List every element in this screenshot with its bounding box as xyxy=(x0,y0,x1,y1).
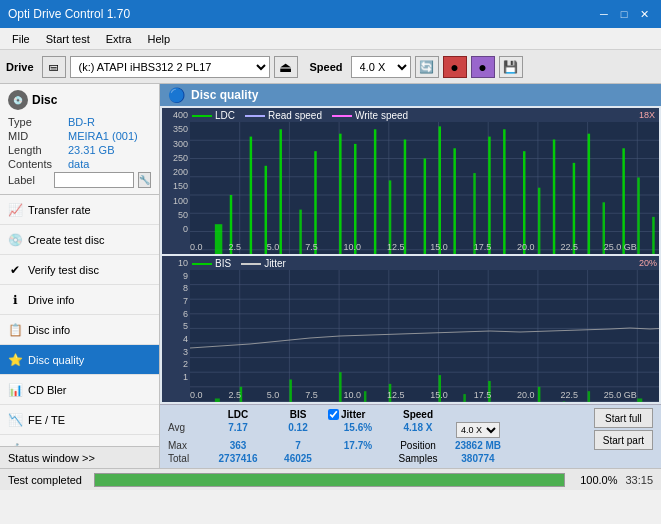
start-full-button[interactable]: Start full xyxy=(594,408,653,428)
bis-x-axis: 0.0 2.5 5.0 7.5 10.0 12.5 15.0 17.5 20.0… xyxy=(190,390,637,400)
total-ldc: 2737416 xyxy=(208,452,268,465)
ldc-y-axis-left: 400 350 300 250 200 150 100 50 0 xyxy=(162,108,190,236)
menu-start-test[interactable]: Start test xyxy=(38,28,98,49)
svg-rect-31 xyxy=(453,148,455,254)
status-bar: Test completed 100.0% 33:15 xyxy=(0,468,661,490)
disc-length-row: Length 23.31 GB xyxy=(8,144,151,156)
jitter-legend-item: Jitter xyxy=(241,258,286,269)
save-button[interactable]: 💾 xyxy=(499,56,523,78)
stats-table: LDC BIS Jitter Speed Avg 7.17 0.12 15.6%… xyxy=(168,408,586,465)
progress-bar-fill xyxy=(95,474,564,486)
label-input[interactable] xyxy=(54,172,134,188)
svg-rect-43 xyxy=(652,217,654,254)
sidebar-item-drive-info[interactable]: ℹ Drive info xyxy=(0,285,159,315)
disc-contents-row: Contents data xyxy=(8,158,151,170)
window-controls: ─ □ ✕ xyxy=(595,5,653,23)
disc-type-val: BD-R xyxy=(68,116,151,128)
close-button[interactable]: ✕ xyxy=(635,5,653,23)
status-window-btn[interactable]: Status window >> xyxy=(0,446,160,468)
disc-quality-icon: ⭐ xyxy=(8,353,22,367)
disc-section: 💿 Disc Type BD-R MID MEIRA1 (001) Length… xyxy=(0,84,159,195)
speed-select[interactable]: 4.0 X xyxy=(351,56,411,78)
menu-help[interactable]: Help xyxy=(139,28,178,49)
cd-bler-icon: 📊 xyxy=(8,383,22,397)
svg-rect-34 xyxy=(503,129,505,254)
bis-legend-item: BIS xyxy=(192,258,231,269)
sidebar-item-fe-te[interactable]: 📉 FE / TE xyxy=(0,405,159,435)
fe-te-icon: 📉 xyxy=(8,413,22,427)
refresh-button[interactable]: 🔄 xyxy=(415,56,439,78)
jitter-checkbox[interactable] xyxy=(328,409,339,420)
svg-rect-45 xyxy=(190,270,659,402)
read-speed-legend-color xyxy=(245,115,265,117)
stats-header-row: LDC BIS Jitter Speed xyxy=(168,408,586,421)
ldc-chart: LDC Read speed Write speed 400 350 300 xyxy=(162,108,659,254)
speed-display-select[interactable]: 4.0 X xyxy=(456,422,500,438)
svg-rect-26 xyxy=(374,129,376,254)
disc-info-icon: 📋 xyxy=(8,323,22,337)
start-part-button[interactable]: Start part xyxy=(594,430,653,450)
eject-button[interactable]: ⏏ xyxy=(274,56,298,78)
svg-rect-20 xyxy=(265,166,267,254)
content-area: 🔵 Disc quality LDC Read speed xyxy=(160,84,661,468)
menu-file[interactable]: File xyxy=(4,28,38,49)
sidebar-item-disc-info[interactable]: 📋 Disc info xyxy=(0,315,159,345)
minimize-button[interactable]: ─ xyxy=(595,5,613,23)
sidebar-item-disc-quality[interactable]: ⭐ Disc quality xyxy=(0,345,159,375)
sidebar: 💿 Disc Type BD-R MID MEIRA1 (001) Length… xyxy=(0,84,160,468)
ldc-chart-legend: LDC Read speed Write speed xyxy=(192,110,408,121)
svg-rect-24 xyxy=(339,134,341,254)
col-ldc-header: LDC xyxy=(208,408,268,421)
disc-mid-row: MID MEIRA1 (001) xyxy=(8,130,151,142)
action-buttons: Start full Start part xyxy=(594,408,653,450)
disc-length-val: 23.31 GB xyxy=(68,144,151,156)
bis-chart: BIS Jitter 10 9 8 7 6 5 4 3 xyxy=(162,256,659,402)
max-jitter: 17.7% xyxy=(328,439,388,452)
write-speed-legend-item: Write speed xyxy=(332,110,408,121)
app-title: Opti Drive Control 1.70 xyxy=(8,7,130,21)
svg-rect-38 xyxy=(573,163,575,254)
purple-btn[interactable]: ● xyxy=(471,56,495,78)
max-ldc: 363 xyxy=(208,439,268,452)
stats-bar: LDC BIS Jitter Speed Avg 7.17 0.12 15.6%… xyxy=(160,404,661,468)
menu-extra[interactable]: Extra xyxy=(98,28,140,49)
position-val: 23862 MB xyxy=(448,439,508,452)
drive-select[interactable]: (k:) ATAPI iHBS312 2 PL17 xyxy=(70,56,270,78)
sidebar-item-cd-bler[interactable]: 📊 CD Bler xyxy=(0,375,159,405)
col-speed-header: Speed xyxy=(388,408,448,421)
sidebar-item-extra-tests[interactable]: 🔬 Extra tests xyxy=(0,435,159,446)
svg-rect-76 xyxy=(637,398,642,402)
total-bis: 46025 xyxy=(268,452,328,465)
svg-rect-33 xyxy=(488,137,490,254)
sidebar-item-create-test-disc[interactable]: 💿 Create test disc xyxy=(0,225,159,255)
svg-rect-35 xyxy=(523,151,525,254)
ldc-chart-svg xyxy=(190,122,659,254)
status-text: Test completed xyxy=(8,474,82,486)
speed-label: Speed xyxy=(310,61,343,73)
disc-quality-header: 🔵 Disc quality xyxy=(160,84,661,106)
write-speed-legend-color xyxy=(332,115,352,117)
svg-rect-30 xyxy=(439,126,441,254)
col-jitter-header: Jitter xyxy=(328,408,388,421)
progress-bar-bg xyxy=(94,473,565,487)
disc-label-row: Label 🔧 xyxy=(8,172,151,188)
label-edit-btn[interactable]: 🔧 xyxy=(138,172,151,188)
sidebar-item-verify-test-disc[interactable]: ✔ Verify test disc xyxy=(0,255,159,285)
avg-ldc: 7.17 xyxy=(208,421,268,439)
read-speed-legend-item: Read speed xyxy=(245,110,322,121)
disc-type-row: Type BD-R xyxy=(8,116,151,128)
svg-rect-74 xyxy=(563,401,565,402)
ldc-legend-item: LDC xyxy=(192,110,235,121)
drive-icon-btn[interactable]: 🖴 xyxy=(42,56,66,78)
svg-rect-28 xyxy=(404,140,406,254)
red-btn[interactable]: ● xyxy=(443,56,467,78)
svg-rect-19 xyxy=(250,137,252,254)
menubar: File Start test Extra Help xyxy=(0,28,661,50)
bis-legend-color xyxy=(192,263,212,265)
sidebar-item-transfer-rate[interactable]: 📈 Transfer rate xyxy=(0,195,159,225)
progress-pct: 100.0% xyxy=(577,474,617,486)
time-display: 33:15 xyxy=(625,474,653,486)
bis-y-axis-left: 10 9 8 7 6 5 4 3 2 1 xyxy=(162,256,190,384)
maximize-button[interactable]: □ xyxy=(615,5,633,23)
drive-label: Drive xyxy=(6,61,34,73)
